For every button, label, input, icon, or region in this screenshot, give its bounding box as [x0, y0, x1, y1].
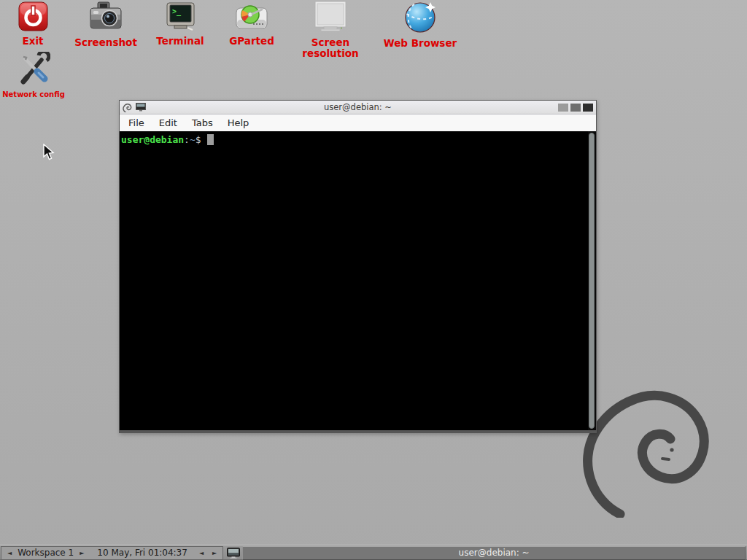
icon-label: Network config	[0, 89, 67, 100]
desktop-icon-screenshot[interactable]: Screenshot	[69, 1, 142, 48]
minimize-button[interactable]	[558, 104, 568, 112]
desktop-icon-network-config[interactable]: Network config	[0, 52, 67, 100]
prompt-dollar: $	[196, 134, 201, 145]
menu-file[interactable]: File	[121, 115, 152, 131]
icon-label: Terminal	[147, 36, 213, 47]
debian-swirl-icon	[123, 102, 132, 112]
taskbar: ◄ Workspace 1 ► 10 May, Fri 01:04:37 ◄ ►…	[0, 545, 747, 560]
icon-label: Screenshot	[69, 37, 142, 48]
tools-icon	[18, 52, 50, 85]
window-title: user@debian: ~	[120, 102, 596, 112]
task-button-terminal[interactable]: user@debian: ~	[242, 546, 746, 560]
disk-partition-icon	[236, 4, 268, 31]
desktop-icon-screen-resolution[interactable]: Screen resolution	[285, 1, 376, 59]
monitor-icon	[314, 1, 347, 33]
desktop[interactable]: { "desktop": { "icons": [ { "label": "Ex…	[0, 0, 747, 560]
svg-text:>_: >_	[172, 7, 182, 16]
close-button[interactable]	[583, 104, 593, 112]
menu-tabs[interactable]: Tabs	[185, 115, 220, 131]
prompt-user: user@debian	[121, 134, 184, 145]
menu-help[interactable]: Help	[220, 115, 257, 131]
icon-label: Web Browser	[379, 38, 461, 49]
window-titlebar[interactable]: user@debian: ~	[120, 101, 596, 114]
scrollbar-thumb[interactable]	[589, 133, 595, 429]
desktop-icon-web-browser[interactable]: Web Browser	[379, 1, 461, 49]
desktop-icon-exit[interactable]: Exit	[0, 1, 66, 47]
scrollbar-track[interactable]	[588, 131, 596, 430]
power-icon	[18, 1, 48, 31]
desktop-icon-terminal[interactable]: >_ Terminal	[147, 2, 213, 47]
mouse-cursor	[42, 144, 57, 161]
maximize-button[interactable]	[570, 104, 581, 112]
taskbar-clock: 10 May, Fri 01:04:37	[97, 546, 187, 560]
terminal-cursor	[207, 134, 214, 145]
monitor-mini-icon	[227, 548, 240, 559]
prev-workspace-arrow[interactable]: ◄	[6, 546, 13, 560]
icon-label: Screen resolution	[285, 37, 376, 59]
desktop-icon-gparted[interactable]: GParted	[219, 4, 285, 47]
icon-label: GParted	[219, 36, 285, 47]
camera-icon	[89, 1, 123, 33]
next-task-arrow[interactable]: ►	[211, 546, 218, 560]
workspace-label: Workspace 1	[18, 546, 74, 560]
window-menubar: File Edit Tabs Help	[120, 114, 596, 131]
globe-icon	[404, 1, 437, 34]
menu-edit[interactable]: Edit	[152, 115, 185, 131]
prompt-path: ~	[190, 134, 196, 145]
crt-terminal-icon: >_	[166, 2, 196, 31]
shell-prompt: user@debian:~$	[120, 131, 596, 145]
prompt-colon: :	[184, 134, 190, 145]
terminal-app-icon	[136, 103, 146, 112]
icon-label: Exit	[0, 36, 66, 47]
debian-swirl-watermark	[582, 363, 713, 518]
prev-task-arrow[interactable]: ◄	[198, 546, 205, 560]
task-window-icon[interactable]	[227, 548, 240, 559]
workspace-pager: ◄ Workspace 1 ► 10 May, Fri 01:04:37 ◄ ►	[1, 546, 223, 560]
terminal-output[interactable]: user@debian:~$	[120, 131, 596, 430]
terminal-window: user@debian: ~ File Edit Tabs Help user@…	[119, 100, 597, 433]
next-workspace-arrow[interactable]: ►	[78, 546, 85, 560]
